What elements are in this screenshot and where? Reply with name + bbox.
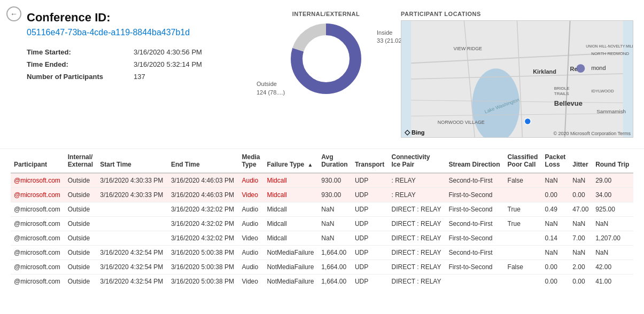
cell-media-type: Video	[238, 231, 263, 246]
cell-packet-loss: 0.00	[542, 188, 570, 202]
cell-start-time: 3/16/2020 4:32:54 PM	[97, 246, 168, 260]
time-ended-label: Time Ended:	[27, 60, 134, 68]
cell-round-trip: 42.00	[592, 260, 633, 274]
cell-packet-loss: NaN	[542, 173, 570, 188]
cell-stream-direction: Second-to-First	[445, 217, 504, 231]
cell-connectivity-ice-pair: : RELAY	[389, 188, 446, 202]
svg-point-25	[524, 118, 531, 124]
table-row[interactable]: @microsoft.comOutside3/16/2020 4:32:54 P…	[11, 274, 633, 288]
cell-transport: UDP	[352, 231, 389, 246]
chart-title: INTERNAL/EXTERNAL	[267, 11, 385, 17]
map-container[interactable]: Kirkland Re mond Bellevue Sammamish VIEW…	[401, 20, 633, 138]
cell-end-time: 3/16/2020 5:00:38 PM	[168, 274, 239, 288]
table-row[interactable]: @microsoft.comOutside3/16/2020 4:30:33 P…	[11, 173, 633, 188]
cell-start-time: 3/16/2020 4:30:33 PM	[97, 188, 168, 202]
cell-media-type: Video	[238, 274, 263, 288]
back-button[interactable]: ←	[6, 6, 21, 21]
col-media-type[interactable]: MediaType	[238, 149, 263, 173]
cell-transport: UDP	[352, 217, 389, 231]
col-stream-direction[interactable]: Stream Direction	[445, 149, 504, 173]
back-icon: ←	[10, 10, 18, 18]
cell-jitter: 7.00	[569, 231, 592, 246]
cell-start-time: 3/16/2020 4:32:54 PM	[97, 274, 168, 288]
col-avg-duration[interactable]: AvgDuration	[318, 149, 352, 173]
cell-failure-type: Midcall	[263, 173, 318, 188]
map-section: PARTICIPANT LOCATIONS Kirkland	[401, 11, 633, 138]
cell-failure-type: Midcall	[263, 231, 318, 246]
cell-media-type: Audio	[238, 260, 263, 274]
time-started-value: 3/16/2020 4:30:56 PM	[134, 48, 202, 56]
cell-participant: @microsoft.com	[11, 274, 65, 288]
table-row[interactable]: @microsoft.comOutside3/16/2020 4:32:54 P…	[11, 246, 633, 260]
cell-avg-duration: 1,664.00	[318, 274, 352, 288]
cell-start-time	[97, 202, 168, 217]
table-row[interactable]: @microsoft.comOutside3/16/2020 4:32:02 P…	[11, 231, 633, 246]
col-transport[interactable]: Transport	[352, 149, 389, 173]
participants-label: Number of Participants	[27, 73, 134, 81]
cell-connectivity-ice-pair: : RELAY	[389, 173, 446, 188]
cell-avg-duration: NaN	[318, 202, 352, 217]
col-round-trip[interactable]: Round Trip	[592, 149, 633, 173]
cell-avg-duration: 1,664.00	[318, 246, 352, 260]
chart-section: INTERNAL/EXTERNAL Inside 33 (21.02%) Out…	[267, 11, 385, 138]
cell-round-trip: 925.00	[592, 202, 633, 217]
time-ended-row: Time Ended: 3/16/2020 5:32:14 PM	[27, 60, 251, 68]
conference-info: Conference ID: 05116e47-73ba-4cde-a119-8…	[27, 11, 251, 138]
cell-classified-poor-call: True	[505, 217, 542, 231]
col-jitter[interactable]: Jitter	[569, 149, 592, 173]
outside-label: Outside	[257, 81, 277, 87]
cell-end-time: 3/16/2020 4:32:02 PM	[168, 202, 239, 217]
col-internal-external[interactable]: Internal/External	[65, 149, 97, 173]
cell-jitter: NaN	[569, 217, 592, 231]
cell-avg-duration: 930.00	[318, 173, 352, 188]
cell-connectivity-ice-pair: DIRECT : RELAY	[389, 202, 446, 217]
cell-stream-direction: Second-to-First	[445, 246, 504, 260]
cell-participant: @microsoft.com	[11, 202, 65, 217]
col-packet-loss[interactable]: PacketLoss	[542, 149, 570, 173]
col-start-time[interactable]: Start Time	[97, 149, 168, 173]
col-classified-poor-call[interactable]: ClassifiedPoor Call	[505, 149, 542, 173]
cell-connectivity-ice-pair: DIRECT : RELAY	[389, 274, 446, 288]
cell-end-time: 3/16/2020 4:32:02 PM	[168, 217, 239, 231]
svg-text:IDYLWOOD: IDYLWOOD	[591, 89, 614, 93]
cell-classified-poor-call	[505, 188, 542, 202]
table-row[interactable]: @microsoft.comOutside3/16/2020 4:32:02 P…	[11, 217, 633, 231]
time-started-row: Time Started: 3/16/2020 4:30:56 PM	[27, 48, 251, 56]
table-scroll-area[interactable]: Participant Internal/External Start Time…	[11, 149, 633, 288]
cell-participant: @microsoft.com	[11, 217, 65, 231]
cell-transport: UDP	[352, 274, 389, 288]
cell-internal-external: Outside	[65, 202, 97, 217]
cell-connectivity-ice-pair: DIRECT : RELAY	[389, 246, 446, 260]
cell-end-time: 3/16/2020 4:46:03 PM	[168, 173, 239, 188]
col-failure-type[interactable]: Failure Type ▲	[263, 149, 318, 173]
col-end-time[interactable]: End Time	[168, 149, 239, 173]
conference-id-label: Conference ID:	[27, 11, 251, 25]
cell-failure-type: Midcall	[263, 188, 318, 202]
conference-id-value[interactable]: 05116e47-73ba-4cde-a119-8844ba437b1d	[27, 28, 251, 37]
svg-text:VIEW RIDGE: VIEW RIDGE	[454, 46, 483, 51]
cell-packet-loss: 0.49	[542, 202, 570, 217]
cell-end-time: 3/16/2020 4:46:03 PM	[168, 188, 239, 202]
cell-packet-loss: NaN	[542, 246, 570, 260]
cell-media-type: Audio	[238, 202, 263, 217]
cell-start-time	[97, 217, 168, 231]
svg-point-14	[576, 64, 585, 73]
cell-failure-type: NotMediaFailure	[263, 246, 318, 260]
table-row[interactable]: @microsoft.comOutside3/16/2020 4:32:54 P…	[11, 260, 633, 274]
table-row[interactable]: @microsoft.comOutside3/16/2020 4:32:02 P…	[11, 202, 633, 217]
table-body: @microsoft.comOutside3/16/2020 4:30:33 P…	[11, 173, 633, 288]
cell-classified-poor-call	[505, 246, 542, 260]
outside-value: 124 (78....)	[257, 89, 285, 96]
cell-connectivity-ice-pair: DIRECT : RELAY	[389, 260, 446, 274]
cell-stream-direction: First-to-Second	[445, 231, 504, 246]
cell-connectivity-ice-pair: DIRECT : RELAY	[389, 217, 446, 231]
cell-round-trip: 41.00	[592, 274, 633, 288]
col-participant[interactable]: Participant	[11, 149, 65, 173]
table-row[interactable]: @microsoft.comOutside3/16/2020 4:30:33 P…	[11, 188, 633, 202]
bing-branding: ◇ Bing	[405, 128, 425, 136]
cell-avg-duration: 1,664.00	[318, 260, 352, 274]
cell-participant: @microsoft.com	[11, 173, 65, 188]
cell-media-type: Audio	[238, 246, 263, 260]
cell-round-trip: 1,207.00	[592, 231, 633, 246]
col-connectivity-ice-pair[interactable]: ConnectivityIce Pair	[389, 149, 446, 173]
